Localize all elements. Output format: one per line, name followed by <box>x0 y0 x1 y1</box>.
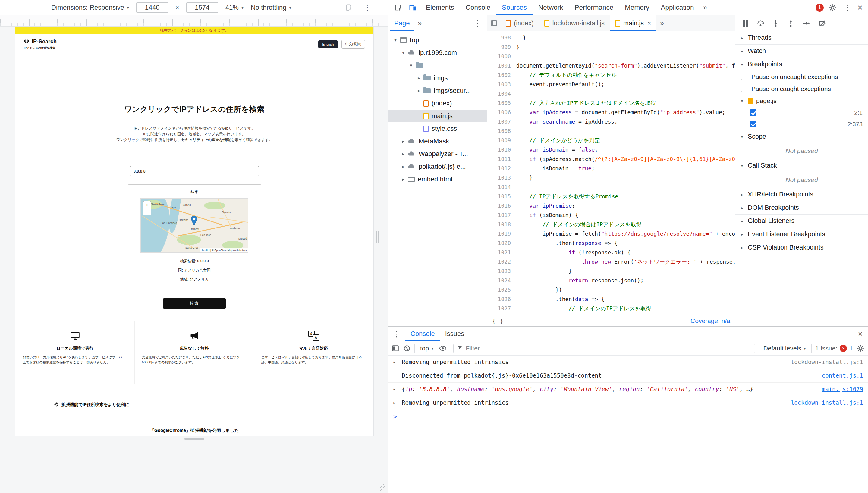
console-sidebar-icon[interactable] <box>391 344 399 352</box>
map[interactable]: Santa RosaNapaFairfieldStocktonSan Franc… <box>140 198 248 253</box>
inspect-element-icon[interactable] <box>391 0 405 15</box>
line-number[interactable]: 1027 <box>487 304 516 313</box>
rotate-viewport-icon[interactable] <box>344 3 353 12</box>
lang-english-button[interactable]: English <box>318 40 338 48</box>
tree-item-ip.r1999.com[interactable]: ▾ip.r1999.com <box>388 46 487 59</box>
more-file-tabs-icon[interactable]: » <box>656 15 668 31</box>
breakpoint-entry[interactable]: 2:1 <box>735 107 868 119</box>
section-header-global-listeners[interactable]: ▸Global Listeners <box>735 215 868 228</box>
leaflet-link[interactable]: Leaflet <box>202 249 210 252</box>
line-number[interactable]: 1004 <box>487 89 516 98</box>
line-number[interactable]: 1001 <box>487 61 516 70</box>
source-location-link[interactable]: lockdown-install.js:1 <box>791 359 863 365</box>
log-levels-select[interactable]: Default levels ▾ <box>762 345 808 352</box>
more-navigator-tabs-icon[interactable]: » <box>414 19 425 27</box>
site-logo[interactable]: IP-Search IPアドレスの住所を検索 <box>24 38 57 50</box>
line-number[interactable]: 1024 <box>487 276 516 285</box>
viewport-resize-handle-bottom[interactable] <box>185 438 204 440</box>
tree-item-imgs[interactable]: ▸imgs <box>388 72 487 84</box>
line-number[interactable]: 1002 <box>487 70 516 80</box>
lang-chinese-button[interactable]: 中文(繁体) <box>342 40 365 48</box>
source-location-link[interactable]: content.js:1 <box>822 372 863 379</box>
line-number[interactable]: 1022 <box>487 257 516 266</box>
line-number[interactable]: 1021 <box>487 248 516 257</box>
tab-application[interactable]: Application <box>655 0 700 15</box>
dimensions-select[interactable]: Dimensions: Responsive ▾ <box>51 4 129 12</box>
line-number[interactable]: 1014 <box>487 182 516 192</box>
tab-sources[interactable]: Sources <box>496 0 533 15</box>
context-selector[interactable]: top ▾ <box>418 345 435 352</box>
section-header-csp-violation-breakpoints[interactable]: ▸CSP Violation Breakpoints <box>735 241 868 254</box>
step-into-icon[interactable] <box>768 17 782 29</box>
tree-item-polkadot{.js} e...[interactable]: ▸polkadot{.js} e... <box>388 160 487 173</box>
file-tab-lockdown-install.js[interactable]: lockdown-install.js <box>539 15 610 31</box>
line-number[interactable]: 1023 <box>487 266 516 276</box>
map-zoom-in-button[interactable]: + <box>144 201 151 208</box>
tree-item-imgs/secur...[interactable]: ▸imgs/secur... <box>388 84 487 97</box>
search-button[interactable]: 検索 <box>163 298 226 308</box>
section-header-event-listener-breakpoints[interactable]: ▸Event Listener Breakpoints <box>735 228 868 241</box>
code-editor[interactable]: 998 }999}10001001document.getElementById… <box>487 31 735 315</box>
device-toolbar-menu-icon[interactable]: ⋮ <box>364 4 371 12</box>
tab-memory[interactable]: Memory <box>619 0 655 15</box>
section-header-xhr-fetch-breakpoints[interactable]: ▸XHR/fetch Breakpoints <box>735 188 868 201</box>
checkbox[interactable] <box>741 86 747 92</box>
line-number[interactable]: 1020 <box>487 238 516 248</box>
line-number[interactable]: 1016 <box>487 201 516 210</box>
error-badge[interactable]: 1 <box>816 4 824 12</box>
tree-item-(index)[interactable]: (index) <box>388 97 487 110</box>
line-number[interactable]: 1006 <box>487 108 516 117</box>
line-number[interactable]: 1013 <box>487 173 516 182</box>
line-number[interactable]: 1009 <box>487 135 516 145</box>
section-header-watch[interactable]: ▸Watch <box>735 45 868 58</box>
breakpoint-file-group[interactable]: ▾page.js <box>735 95 868 107</box>
step-out-icon[interactable] <box>784 17 798 29</box>
line-number[interactable]: 999 <box>487 42 516 51</box>
navigator-menu-icon[interactable]: ⋮ <box>471 19 485 27</box>
tab-issues[interactable]: Issues <box>440 327 470 341</box>
close-drawer-icon[interactable]: × <box>853 329 868 339</box>
line-number[interactable]: 1017 <box>487 210 516 220</box>
close-tab-icon[interactable]: × <box>647 20 651 27</box>
tab-console[interactable]: Console <box>405 327 440 341</box>
exception-checkbox-row[interactable]: Pause on caught exceptions <box>735 83 868 95</box>
tab-elements[interactable]: Elements <box>420 0 460 15</box>
section-header-call-stack[interactable]: ▾Call Stack <box>735 159 868 172</box>
tab-network[interactable]: Network <box>533 0 569 15</box>
viewport-height-input[interactable] <box>186 2 218 13</box>
tab-console[interactable]: Console <box>460 0 496 15</box>
line-number[interactable]: 1018 <box>487 220 516 229</box>
line-number[interactable]: 1012 <box>487 164 516 173</box>
source-location-link[interactable]: lockdown-install.js:1 <box>791 399 863 406</box>
devtools-menu-icon[interactable]: ⋮ <box>841 4 854 12</box>
tree-item-Wappalyzer - T...[interactable]: ▸Wappalyzer - T... <box>388 148 487 160</box>
console-prompt[interactable]: > <box>388 410 868 421</box>
tab-page[interactable]: Page <box>390 15 414 31</box>
line-number[interactable]: 1019 <box>487 229 516 238</box>
source-location-link[interactable]: main.js:1079 <box>822 386 863 392</box>
line-number[interactable]: 1015 <box>487 192 516 201</box>
viewport-width-input[interactable] <box>136 2 168 13</box>
tree-item-top[interactable]: ▾top <box>388 34 487 46</box>
exception-checkbox-row[interactable]: Pause on uncaught exceptions <box>735 71 868 83</box>
line-number[interactable]: 998 <box>487 33 516 42</box>
section-header-threads[interactable]: ▸Threads <box>735 31 868 44</box>
more-panels-icon[interactable]: » <box>700 0 711 15</box>
section-header-scope[interactable]: ▾Scope <box>735 130 868 143</box>
drawer-menu-icon[interactable]: ⋮ <box>388 330 405 338</box>
viewport-resize-handle-right[interactable] <box>376 232 379 243</box>
tree-item-folder[interactable]: ▾ <box>388 59 487 72</box>
clear-console-icon[interactable] <box>403 344 411 352</box>
line-number[interactable]: 1007 <box>487 117 516 126</box>
breakpoint-entry[interactable]: 2:373 <box>735 119 868 130</box>
issues-counter[interactable]: 1 Issue: × 1 <box>815 345 853 352</box>
tree-item-embed.html[interactable]: ▸embed.html <box>388 173 487 186</box>
tab-performance[interactable]: Performance <box>569 0 619 15</box>
line-number[interactable]: 1010 <box>487 145 516 154</box>
tree-item-MetaMask[interactable]: ▸MetaMask <box>388 135 487 148</box>
step-over-icon[interactable] <box>754 17 767 29</box>
deactivate-breakpoints-icon[interactable] <box>815 17 829 29</box>
device-toolbar-toggle-icon[interactable] <box>405 0 420 15</box>
file-tab-(index)[interactable]: (index) <box>501 15 539 31</box>
ip-address-input[interactable] <box>130 166 259 176</box>
